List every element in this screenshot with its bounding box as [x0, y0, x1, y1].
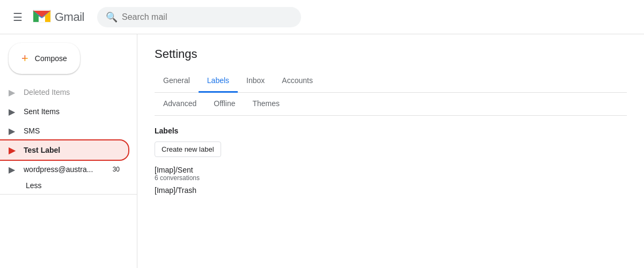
labels-section-title: Labels: [155, 126, 627, 135]
compose-button[interactable]: + Compose: [9, 43, 80, 74]
settings-title: Settings: [155, 47, 627, 61]
settings-tabs: General Labels Inbox Accounts: [155, 70, 627, 93]
label-name: [Imap]/Trash: [155, 186, 627, 195]
header: ☰ Gmail 🔍: [0, 0, 644, 34]
label-count: 6 conversations: [155, 174, 627, 182]
sub-tab-advanced[interactable]: Advanced: [155, 93, 205, 116]
sidebar-item-sms[interactable]: ▶ SMS: [0, 121, 128, 140]
sub-tab-offline[interactable]: Offline: [205, 93, 244, 116]
compose-label: Compose: [35, 54, 67, 63]
layout: + Compose ▶ Deleted Items ▶ Sent Items ▶…: [0, 34, 644, 268]
list-item: [Imap]/Sent 6 conversations: [155, 166, 627, 182]
label-icon: ▶: [9, 165, 15, 175]
nav-badge: 30: [113, 166, 120, 173]
sub-tab-themes[interactable]: Themes: [244, 93, 289, 116]
nav-item-label: Sent Items: [24, 107, 60, 116]
label-icon: ▶: [9, 107, 15, 117]
search-input[interactable]: [122, 12, 292, 22]
sidebar-divider: [0, 194, 137, 195]
label-red-icon: ▶: [9, 145, 15, 155]
tab-general[interactable]: General: [155, 70, 199, 93]
label-icon: ▶: [9, 87, 15, 98]
tab-labels[interactable]: Labels: [199, 70, 238, 93]
main-content: Settings General Labels Inbox Accounts A…: [137, 34, 644, 268]
compose-plus-icon: +: [21, 51, 28, 65]
sidebar-item-wordpress[interactable]: ▶ wordpress@austra... 30: [0, 160, 128, 179]
tab-accounts[interactable]: Accounts: [273, 70, 321, 93]
sidebar: + Compose ▶ Deleted Items ▶ Sent Items ▶…: [0, 34, 137, 268]
menu-icon[interactable]: ☰: [9, 6, 27, 28]
nav-item-label: Deleted Items: [24, 88, 70, 96]
sidebar-item-test-label[interactable]: ▶ Test Label: [0, 140, 128, 160]
tab-inbox[interactable]: Inbox: [238, 70, 273, 93]
gmail-logo: Gmail: [31, 5, 84, 29]
sidebar-less-link[interactable]: Less: [0, 179, 137, 192]
label-icon: ▶: [9, 126, 15, 136]
nav-item-label: Test Label: [24, 146, 60, 154]
sidebar-item-sent-items[interactable]: ▶ Sent Items: [0, 102, 128, 121]
gmail-m-icon: [31, 5, 53, 29]
sidebar-item-deleted-items[interactable]: ▶ Deleted Items: [0, 83, 128, 102]
nav-item-label: wordpress@austra...: [24, 165, 93, 174]
create-new-label-button[interactable]: Create new label: [155, 142, 221, 157]
list-item: [Imap]/Trash: [155, 186, 627, 195]
labels-section: Labels Create new label [Imap]/Sent 6 co…: [155, 126, 627, 195]
search-bar: 🔍: [97, 7, 301, 27]
search-icon: 🔍: [106, 11, 118, 23]
gmail-wordmark: Gmail: [55, 10, 84, 24]
label-name: [Imap]/Sent: [155, 166, 627, 174]
settings-sub-tabs: Advanced Offline Themes: [155, 93, 627, 116]
nav-item-label: SMS: [24, 126, 40, 135]
